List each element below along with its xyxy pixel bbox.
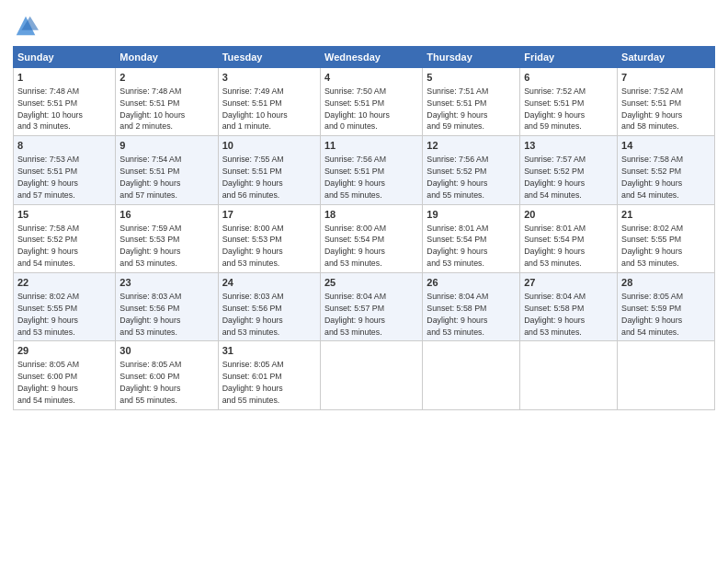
day-info: Sunrise: 8:00 AM Sunset: 5:53 PM Dayligh… <box>222 224 284 269</box>
calendar-cell: 22Sunrise: 8:02 AM Sunset: 5:55 PM Dayli… <box>14 273 116 341</box>
day-info: Sunrise: 8:03 AM Sunset: 5:56 PM Dayligh… <box>222 292 284 337</box>
week-row-3: 15Sunrise: 7:58 AM Sunset: 5:52 PM Dayli… <box>14 204 715 272</box>
day-info: Sunrise: 7:56 AM Sunset: 5:51 PM Dayligh… <box>324 155 386 200</box>
day-number: 5 <box>427 71 516 85</box>
day-number: 16 <box>119 208 213 222</box>
day-number: 30 <box>119 344 213 358</box>
day-number: 20 <box>524 208 613 222</box>
day-header-wednesday: Wednesday <box>320 47 422 68</box>
calendar-cell: 17Sunrise: 8:00 AM Sunset: 5:53 PM Dayli… <box>218 204 320 272</box>
calendar-cell: 26Sunrise: 8:04 AM Sunset: 5:58 PM Dayli… <box>423 273 520 341</box>
day-info: Sunrise: 7:48 AM Sunset: 5:51 PM Dayligh… <box>17 86 83 132</box>
calendar-cell: 8Sunrise: 7:53 AM Sunset: 5:51 PM Daylig… <box>14 136 116 204</box>
calendar-cell <box>320 341 422 409</box>
day-info: Sunrise: 7:58 AM Sunset: 5:52 PM Dayligh… <box>17 224 79 269</box>
day-number: 7 <box>621 71 711 85</box>
day-header-sunday: Sunday <box>14 47 116 68</box>
day-number: 3 <box>222 71 316 85</box>
day-info: Sunrise: 8:04 AM Sunset: 5:57 PM Dayligh… <box>324 292 386 337</box>
day-number: 17 <box>222 208 316 222</box>
calendar-cell: 6Sunrise: 7:52 AM Sunset: 5:51 PM Daylig… <box>520 68 618 136</box>
week-row-5: 29Sunrise: 8:05 AM Sunset: 6:00 PM Dayli… <box>14 341 715 409</box>
day-number: 14 <box>621 139 711 153</box>
day-number: 15 <box>17 208 111 222</box>
calendar-cell: 23Sunrise: 8:03 AM Sunset: 5:56 PM Dayli… <box>116 273 218 341</box>
logo-icon <box>13 13 39 39</box>
calendar-cell: 20Sunrise: 8:01 AM Sunset: 5:54 PM Dayli… <box>520 204 618 272</box>
week-row-1: 1Sunrise: 7:48 AM Sunset: 5:51 PM Daylig… <box>14 68 715 136</box>
day-info: Sunrise: 8:05 AM Sunset: 6:01 PM Dayligh… <box>222 360 284 405</box>
day-number: 26 <box>427 276 516 290</box>
calendar-cell: 30Sunrise: 8:05 AM Sunset: 6:00 PM Dayli… <box>116 341 218 409</box>
calendar-cell: 16Sunrise: 7:59 AM Sunset: 5:53 PM Dayli… <box>116 204 218 272</box>
day-number: 28 <box>621 276 711 290</box>
day-info: Sunrise: 7:53 AM Sunset: 5:51 PM Dayligh… <box>17 155 79 200</box>
day-number: 29 <box>17 344 111 358</box>
day-number: 6 <box>524 71 613 85</box>
day-info: Sunrise: 7:52 AM Sunset: 5:51 PM Dayligh… <box>524 86 586 132</box>
day-info: Sunrise: 7:50 AM Sunset: 5:51 PM Dayligh… <box>324 86 390 132</box>
calendar-cell: 18Sunrise: 8:00 AM Sunset: 5:54 PM Dayli… <box>320 204 422 272</box>
day-info: Sunrise: 7:48 AM Sunset: 5:51 PM Dayligh… <box>119 86 185 132</box>
calendar-header-row: SundayMondayTuesdayWednesdayThursdayFrid… <box>14 47 715 68</box>
day-header-friday: Friday <box>520 47 618 68</box>
calendar-cell: 21Sunrise: 8:02 AM Sunset: 5:55 PM Dayli… <box>618 204 715 272</box>
day-info: Sunrise: 8:05 AM Sunset: 6:00 PM Dayligh… <box>17 360 79 405</box>
day-number: 21 <box>621 208 711 222</box>
day-header-monday: Monday <box>116 47 218 68</box>
day-info: Sunrise: 7:51 AM Sunset: 5:51 PM Dayligh… <box>427 86 488 132</box>
day-info: Sunrise: 8:02 AM Sunset: 5:55 PM Dayligh… <box>621 224 683 269</box>
calendar-cell: 15Sunrise: 7:58 AM Sunset: 5:52 PM Dayli… <box>14 204 116 272</box>
day-header-saturday: Saturday <box>618 47 715 68</box>
day-number: 23 <box>119 276 213 290</box>
calendar-cell <box>520 341 618 409</box>
day-info: Sunrise: 7:59 AM Sunset: 5:53 PM Dayligh… <box>119 224 181 269</box>
week-row-2: 8Sunrise: 7:53 AM Sunset: 5:51 PM Daylig… <box>14 136 715 204</box>
page-container: SundayMondayTuesdayWednesdayThursdayFrid… <box>0 0 728 416</box>
day-number: 2 <box>119 71 213 85</box>
day-number: 25 <box>324 276 418 290</box>
logo <box>13 13 40 39</box>
day-number: 12 <box>427 139 516 153</box>
calendar-cell: 2Sunrise: 7:48 AM Sunset: 5:51 PM Daylig… <box>116 68 218 136</box>
calendar-cell: 10Sunrise: 7:55 AM Sunset: 5:51 PM Dayli… <box>218 136 320 204</box>
calendar-cell: 1Sunrise: 7:48 AM Sunset: 5:51 PM Daylig… <box>14 68 116 136</box>
day-info: Sunrise: 8:04 AM Sunset: 5:58 PM Dayligh… <box>524 292 586 337</box>
day-number: 27 <box>524 276 613 290</box>
calendar-cell: 31Sunrise: 8:05 AM Sunset: 6:01 PM Dayli… <box>218 341 320 409</box>
day-info: Sunrise: 8:05 AM Sunset: 5:59 PM Dayligh… <box>621 292 683 337</box>
day-number: 31 <box>222 344 316 358</box>
calendar-cell: 25Sunrise: 8:04 AM Sunset: 5:57 PM Dayli… <box>320 273 422 341</box>
calendar-cell: 14Sunrise: 7:58 AM Sunset: 5:52 PM Dayli… <box>618 136 715 204</box>
calendar-cell: 29Sunrise: 8:05 AM Sunset: 6:00 PM Dayli… <box>14 341 116 409</box>
day-info: Sunrise: 8:03 AM Sunset: 5:56 PM Dayligh… <box>119 292 181 337</box>
day-number: 4 <box>324 71 418 85</box>
day-number: 10 <box>222 139 316 153</box>
day-info: Sunrise: 8:01 AM Sunset: 5:54 PM Dayligh… <box>524 224 586 269</box>
calendar-table: SundayMondayTuesdayWednesdayThursdayFrid… <box>13 46 715 410</box>
day-number: 1 <box>17 71 111 85</box>
day-info: Sunrise: 7:55 AM Sunset: 5:51 PM Dayligh… <box>222 155 284 200</box>
header <box>13 9 715 39</box>
day-info: Sunrise: 8:04 AM Sunset: 5:58 PM Dayligh… <box>427 292 488 337</box>
calendar-cell: 11Sunrise: 7:56 AM Sunset: 5:51 PM Dayli… <box>320 136 422 204</box>
day-info: Sunrise: 8:01 AM Sunset: 5:54 PM Dayligh… <box>427 224 488 269</box>
day-number: 9 <box>119 139 213 153</box>
day-number: 24 <box>222 276 316 290</box>
day-number: 11 <box>324 139 418 153</box>
day-info: Sunrise: 7:52 AM Sunset: 5:51 PM Dayligh… <box>621 86 683 132</box>
calendar-cell: 24Sunrise: 8:03 AM Sunset: 5:56 PM Dayli… <box>218 273 320 341</box>
calendar-cell: 19Sunrise: 8:01 AM Sunset: 5:54 PM Dayli… <box>423 204 520 272</box>
calendar-cell <box>618 341 715 409</box>
calendar-cell: 28Sunrise: 8:05 AM Sunset: 5:59 PM Dayli… <box>618 273 715 341</box>
day-info: Sunrise: 7:56 AM Sunset: 5:52 PM Dayligh… <box>427 155 488 200</box>
day-info: Sunrise: 8:00 AM Sunset: 5:54 PM Dayligh… <box>324 224 386 269</box>
calendar-cell <box>423 341 520 409</box>
day-info: Sunrise: 7:57 AM Sunset: 5:52 PM Dayligh… <box>524 155 586 200</box>
calendar-cell: 4Sunrise: 7:50 AM Sunset: 5:51 PM Daylig… <box>320 68 422 136</box>
calendar-cell: 3Sunrise: 7:49 AM Sunset: 5:51 PM Daylig… <box>218 68 320 136</box>
day-number: 18 <box>324 208 418 222</box>
calendar-body: 1Sunrise: 7:48 AM Sunset: 5:51 PM Daylig… <box>14 68 715 410</box>
calendar-cell: 9Sunrise: 7:54 AM Sunset: 5:51 PM Daylig… <box>116 136 218 204</box>
day-number: 19 <box>427 208 516 222</box>
